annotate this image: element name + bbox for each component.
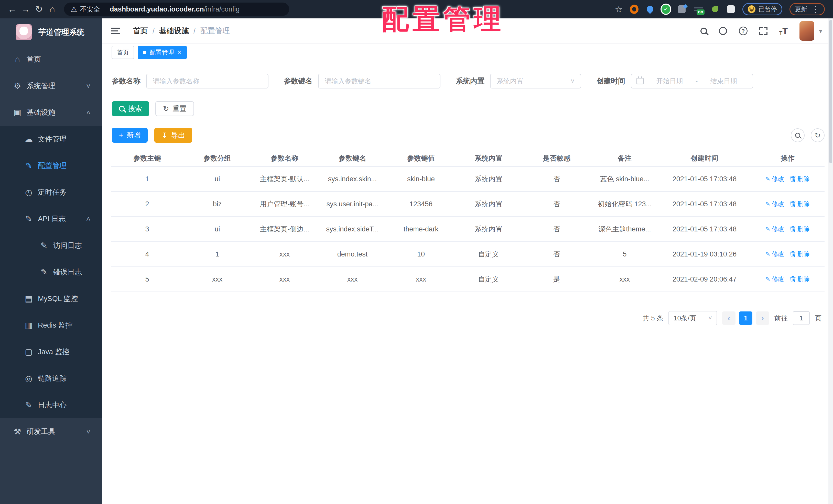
bookmark-star-icon[interactable]: ☆ <box>615 4 623 14</box>
current-page[interactable]: 1 <box>739 311 753 325</box>
refresh-table-button[interactable]: ↻ <box>811 128 825 142</box>
sidebar-item-Java 监控[interactable]: ▢Java 监控 <box>0 338 102 365</box>
edit-link[interactable]: ✎修改 <box>765 275 784 283</box>
sidebar-item-API 日志[interactable]: ✎API 日志˄ <box>0 206 102 232</box>
ext-on-badge-icon[interactable]: on <box>693 4 704 14</box>
table-row: 41xxxdemo.test10自定义否52021-01-19 03:10:26… <box>111 242 825 267</box>
scrollbar[interactable] <box>828 19 833 504</box>
edit-link[interactable]: ✎修改 <box>765 200 784 208</box>
log-icon: ✎ <box>39 267 50 277</box>
github-icon[interactable] <box>719 27 727 35</box>
ext-orange-icon[interactable] <box>630 5 639 14</box>
delete-link[interactable]: 删除 <box>790 175 810 183</box>
home-button[interactable]: ⌂ <box>46 4 59 15</box>
browser-update-button[interactable]: 更新 ⋮ <box>789 3 825 15</box>
ext-puzzle-blue-icon[interactable] <box>677 5 686 14</box>
edit-link[interactable]: ✎修改 <box>765 250 784 258</box>
app-logo-row[interactable]: 芋道管理系统 <box>0 19 102 46</box>
breadcrumb-item[interactable]: 配置管理 <box>200 26 230 36</box>
next-page-button[interactable]: › <box>756 311 769 325</box>
app-title: 芋道管理系统 <box>39 27 85 37</box>
sidebar-toggle[interactable] <box>111 28 120 34</box>
table-cell: 否 <box>522 199 591 209</box>
reload-button[interactable]: ↻ <box>32 4 46 15</box>
edit-label: 修改 <box>772 200 784 208</box>
help-icon[interactable]: ? <box>739 27 747 35</box>
breadcrumb-item[interactable]: 首页 <box>133 26 148 36</box>
sidebar-item-MySQL 监控[interactable]: ▤MySQL 监控 <box>0 285 102 312</box>
font-size-icon[interactable]: TT <box>779 26 788 36</box>
reset-button[interactable]: ↻ 重置 <box>155 101 194 116</box>
sidebar-item-label: 日志中心 <box>38 400 67 410</box>
edit-icon: ✎ <box>765 251 770 257</box>
edit-link[interactable]: ✎修改 <box>765 225 784 233</box>
expand-glyph <box>759 27 767 35</box>
redis-icon: ▥ <box>23 320 34 330</box>
sidebar-item-链路追踪[interactable]: ◎链路追踪 <box>0 365 102 392</box>
goto-page-input[interactable]: 1 <box>793 311 810 325</box>
sidebar-item-定时任务[interactable]: ◷定时任务 <box>0 179 102 206</box>
tab-配置管理[interactable]: 配置管理✕ <box>138 46 187 59</box>
edit-icon: ✎ <box>765 176 770 182</box>
avatar[interactable] <box>800 21 814 41</box>
export-button[interactable]: ↧ 导出 <box>154 128 192 143</box>
table-cell: 是 <box>522 275 591 284</box>
chevron-down-icon[interactable]: ▾ <box>819 27 822 35</box>
leaf-icon <box>712 6 718 12</box>
breadcrumb-item[interactable]: 基础设施 <box>159 26 189 36</box>
create-time-label: 创建时间 <box>597 76 625 86</box>
close-icon[interactable]: ✕ <box>177 49 182 56</box>
chevron-up-icon: ˄ <box>86 215 91 223</box>
security-warning-icon[interactable]: ⚠ <box>71 5 77 14</box>
forward-button[interactable]: → <box>19 4 32 15</box>
param-key-label: 参数键名 <box>284 76 312 86</box>
ext-puzzle-icon[interactable] <box>727 5 735 14</box>
sidebar-item-首页[interactable]: ⌂首页 <box>0 46 102 73</box>
back-button[interactable]: ← <box>6 4 19 15</box>
ext-check-icon[interactable]: ✓ <box>662 5 670 14</box>
sidebar-item-label: API 日志 <box>38 214 66 224</box>
sidebar-item-label: 链路追踪 <box>38 374 67 383</box>
sidebar-item-访问日志[interactable]: ✎访问日志 <box>0 232 102 259</box>
delete-link[interactable]: 删除 <box>790 275 810 283</box>
delete-link[interactable]: 删除 <box>790 200 810 208</box>
sidebar-submenu: ☁文件管理✎配置管理◷定时任务✎API 日志˄✎访问日志✎错误日志▤MySQL … <box>0 126 102 418</box>
table-row: 3ui主框架页-侧边...sys.index.sideT...theme-dar… <box>111 217 825 242</box>
table-cell: 1 <box>111 175 183 183</box>
page-size-select[interactable]: 10条/页 ˅ <box>668 311 717 325</box>
browser-menu-icon[interactable]: ⋮ <box>811 4 819 14</box>
scrollbar-thumb[interactable] <box>829 20 832 163</box>
sidebar-item-错误日志[interactable]: ✎错误日志 <box>0 259 102 285</box>
sidebar-item-日志中心[interactable]: ✎日志中心 <box>0 392 102 418</box>
paused-extension-badge[interactable]: 已暂停 <box>742 3 782 15</box>
delete-link[interactable]: 删除 <box>790 225 810 233</box>
sidebar-item-系统管理[interactable]: ⚙系统管理˅ <box>0 73 102 99</box>
address-bar[interactable]: ⚠ 不安全 dashboard.yudao.iocoder.cn/infra/c… <box>64 3 289 16</box>
delete-icon <box>790 226 796 232</box>
fullscreen-icon[interactable] <box>759 27 767 35</box>
sidebar-item-文件管理[interactable]: ☁文件管理 <box>0 126 102 152</box>
delete-link[interactable]: 删除 <box>790 250 810 258</box>
tab-首页[interactable]: 首页 <box>112 46 134 59</box>
search-icon[interactable] <box>700 28 707 34</box>
sidebar-item-基础设施[interactable]: ▣基础设施˄ <box>0 99 102 126</box>
sidebar-item-Redis 监控[interactable]: ▥Redis 监控 <box>0 312 102 338</box>
donut-icon <box>630 5 639 14</box>
toggle-search-button[interactable] <box>791 128 805 142</box>
prev-page-button[interactable]: ‹ <box>722 311 736 325</box>
ext-pin-icon[interactable] <box>646 5 654 14</box>
table-cell: biz <box>183 200 252 208</box>
tools-icon: ⚒ <box>12 427 23 436</box>
search-button[interactable]: 搜索 <box>112 101 149 116</box>
param-name-input[interactable]: 请输入参数名称 <box>146 74 268 89</box>
param-key-input[interactable]: 请输入参数键名 <box>318 74 441 89</box>
column-header: 创建时间 <box>659 154 751 163</box>
add-button[interactable]: + 新增 <box>112 128 148 143</box>
ext-leaf-icon[interactable] <box>711 5 719 14</box>
builtin-select[interactable]: 系统内置 ˅ <box>490 74 581 89</box>
date-range-picker[interactable]: 开始日期 - 结束日期 <box>631 74 753 89</box>
sidebar-item-配置管理[interactable]: ✎配置管理 <box>0 152 102 179</box>
edit-link[interactable]: ✎修改 <box>765 175 784 183</box>
delete-icon <box>790 276 796 282</box>
sidebar-item-研发工具[interactable]: ⚒研发工具˅ <box>0 418 102 445</box>
